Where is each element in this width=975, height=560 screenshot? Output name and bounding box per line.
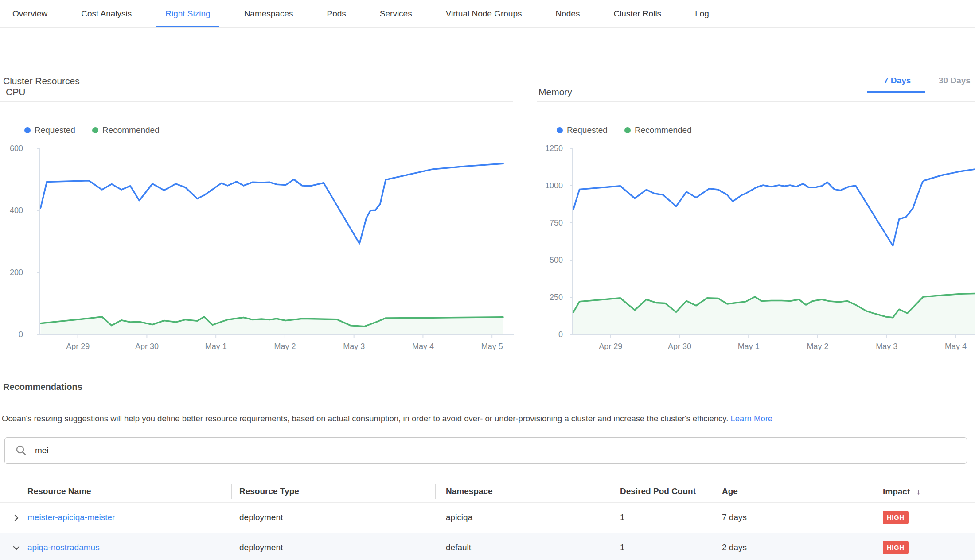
tab-pods[interactable]: Pods [318,0,355,27]
tab-namespaces[interactable]: Namespaces [235,0,302,27]
range-toggle-7-days[interactable]: 7 Days [884,76,911,86]
search-icon [16,445,27,456]
tab-virtual-node-groups[interactable]: Virtual Node Groups [437,0,531,27]
impact-badge: HIGH [883,511,909,524]
search-input[interactable] [34,445,967,456]
column-header-resource-type[interactable]: Resource Type [239,486,299,496]
namespace-cell: apiciqa [446,513,472,522]
legend-item-requested[interactable]: Requested [24,125,75,135]
y-tick-label: 0 [19,330,23,339]
tab-bar: OverviewCost AnalysisRight SizingNamespa… [0,0,975,28]
column-header-namespace[interactable]: Namespace [446,486,493,496]
learn-more-link[interactable]: Learn More [731,414,773,423]
cpu-title-rule [0,101,513,102]
age-cell: 7 days [722,513,747,522]
section-title: Cluster Resources [3,76,80,86]
tab-cluster-rolls[interactable]: Cluster Rolls [604,0,670,27]
column-separator [714,484,714,499]
active-range-underline [867,91,925,93]
x-tick-label: May 1 [205,342,227,350]
search-box [4,437,967,464]
x-tick-label: May 3 [343,342,365,350]
table-header: Resource NameResource TypeNamespaceDesir… [0,482,975,503]
table-row[interactable]: apiqa-nostradamusdeploymentdefault12 day… [0,533,975,560]
x-tick-label: May 2 [807,342,828,350]
x-tick-label: Apr 30 [135,342,159,350]
x-tick-label: May 4 [945,342,967,350]
y-tick-label: 1250 [545,144,563,153]
chevron-down-icon[interactable] [12,544,21,554]
recommendations-divider [0,404,975,404]
legend-item-recommended[interactable]: Recommended [92,125,160,135]
age-cell: 2 days [722,543,747,552]
y-tick-label: 200 [10,268,23,277]
desired-pod-count-cell: 1 [620,543,625,552]
legend-label: Recommended [635,125,692,135]
resource-type-cell: deployment [239,543,283,552]
recommendations-heading: Recommendations [3,382,82,392]
column-separator [874,484,874,499]
recommendations-description: Ocean's resizing suggestions will help y… [2,414,772,424]
y-tick-label: 400 [10,206,23,215]
cluster-resources-header: Cluster Resources 7 Days 30 Days [0,28,975,65]
requested-line [41,163,503,244]
legend-item-requested[interactable]: Requested [557,125,608,135]
y-tick-label: 750 [550,218,563,227]
tab-services[interactable]: Services [371,0,421,27]
namespace-cell: default [446,543,471,552]
tab-right-sizing[interactable]: Right Sizing [156,0,219,27]
x-tick-label: Apr 29 [599,342,622,350]
table-row[interactable]: meister-apiciqa-meisterdeploymentapiciqa… [0,503,975,533]
legend-label: Requested [567,125,608,135]
y-tick-label: 600 [10,144,23,153]
memory-legend: RequestedRecommended [557,125,692,135]
resource-name-link[interactable]: meister-apiciqa-meister [27,513,115,522]
x-tick-label: May 2 [274,342,296,350]
desired-pod-count-cell: 1 [620,513,625,522]
x-tick-label: May 1 [738,342,760,350]
x-tick-label: Apr 30 [668,342,691,350]
x-tick-label: Apr 29 [66,342,90,350]
legend-item-recommended[interactable]: Recommended [624,125,692,135]
memory-line-chart: 025050075010001250Apr 29Apr 30May 1May 2… [527,142,975,350]
x-tick-label: May 3 [876,342,897,350]
resource-name-link[interactable]: apiqa-nostradamus [27,543,100,552]
cpu-line-chart: 0200400600Apr 29Apr 30May 1May 2May 3May… [0,142,519,350]
sort-desc-icon[interactable]: ↓ [916,486,920,496]
legend-label: Recommended [102,125,160,135]
legend-dot-recommended [92,127,98,133]
legend-dot-requested [557,127,563,133]
x-tick-label: May 5 [481,342,503,350]
requested-line [573,169,975,246]
memory-title-rule [537,101,975,102]
resource-type-cell: deployment [239,513,283,522]
memory-chart-title: Memory [538,87,572,97]
tab-log[interactable]: Log [686,0,718,27]
legend-dot-requested [24,127,31,133]
column-separator [231,484,232,499]
tab-overview[interactable]: Overview [4,0,56,27]
recommendations-description-text: Ocean's resizing suggestions will help y… [2,414,728,423]
y-tick-label: 250 [550,293,563,302]
column-separator [612,484,612,499]
x-tick-label: May 4 [412,342,434,350]
recommended-area [573,294,975,334]
column-header-desired-pod-count[interactable]: Desired Pod Count [620,486,696,496]
range-toggle-30-days[interactable]: 30 Days [939,76,971,86]
impact-badge: HIGH [883,541,909,554]
chevron-right-icon[interactable] [12,513,21,524]
tab-nodes[interactable]: Nodes [547,0,589,27]
cpu-chart-title: CPU [6,87,25,97]
cpu-axes [40,148,514,334]
cpu-legend: RequestedRecommended [24,125,160,135]
column-separator [435,484,436,499]
column-header-impact[interactable]: Impact↓ [883,486,920,497]
column-header-resource-name[interactable]: Resource Name [27,486,91,496]
tab-cost-analysis[interactable]: Cost Analysis [72,0,140,27]
y-tick-label: 500 [550,256,563,264]
y-tick-label: 0 [558,330,563,339]
y-tick-label: 1000 [545,181,563,190]
legend-label: Requested [35,125,75,135]
column-header-age[interactable]: Age [722,486,738,496]
legend-dot-recommended [624,127,631,133]
